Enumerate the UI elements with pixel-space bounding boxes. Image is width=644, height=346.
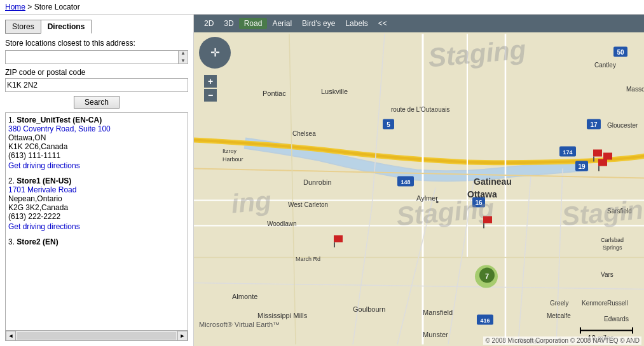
- svg-text:March Rd: March Rd: [296, 256, 320, 262]
- svg-text:Staging: Staging: [561, 193, 644, 231]
- svg-rect-57: [603, 153, 612, 160]
- breadcrumb-separator: >: [27, 3, 34, 11]
- map-btn-aerial[interactable]: Aerial: [267, 18, 297, 29]
- svg-text:Russell: Russell: [607, 300, 628, 307]
- svg-text:Vars: Vars: [601, 271, 613, 278]
- store-item-1: 1. Store_UnitTest (EN-CA) 380 Coventry R…: [8, 116, 185, 170]
- svg-text:Dunrobin: Dunrobin: [303, 178, 332, 186]
- map-nav-control[interactable]: ✛: [199, 37, 231, 69]
- svg-text:ing: ing: [230, 185, 273, 218]
- results-scroll-area[interactable]: 1. Store_UnitTest (EN-CA) 380 Coventry R…: [5, 112, 188, 331]
- svg-rect-11: [472, 197, 485, 208]
- map-btn-birds-eye[interactable]: Bird's eye: [297, 18, 340, 29]
- hscroll-left[interactable]: ◄: [6, 331, 16, 341]
- map-svg: 5 17 50 148 174 16 416: [194, 15, 644, 346]
- store-addr-1[interactable]: 380 Coventry Road, Suite 100: [8, 124, 111, 133]
- store-item-2: 2. Store1 (EN-US) 1701 Merivale Road Nep…: [8, 176, 185, 231]
- hscroll-track[interactable]: [17, 332, 176, 340]
- store-name-3: Store2 (EN): [17, 237, 58, 246]
- store-phone-1: (613) 111-1111: [8, 151, 60, 160]
- svg-rect-59: [598, 159, 607, 166]
- zoom-out-button[interactable]: −: [204, 89, 217, 102]
- store-zip-2: K2G 3K2,Canada: [8, 203, 68, 212]
- map-btn-3d[interactable]: 3D: [219, 18, 238, 29]
- map-btn-road[interactable]: Road: [239, 18, 268, 29]
- svg-text:19: 19: [578, 163, 586, 170]
- svg-rect-62: [483, 223, 484, 229]
- zoom-controls: + −: [204, 75, 217, 103]
- svg-rect-15: [575, 161, 588, 171]
- svg-text:Munster: Munster: [423, 331, 448, 338]
- map-btn-labels[interactable]: Labels: [340, 18, 373, 29]
- svg-rect-1: [383, 119, 394, 130]
- store-num-2: 2.: [8, 176, 17, 185]
- get-directions-2[interactable]: Get driving directions: [8, 222, 185, 231]
- svg-rect-55: [593, 150, 602, 157]
- ms-virtual-earth-logo: Microsoft® Virtual Earth™: [199, 321, 280, 328]
- svg-text:Kenmore: Kenmore: [582, 300, 608, 307]
- address-scroll-up[interactable]: ▲: [181, 51, 186, 56]
- map-toolbar: 2D 3D Road Aerial Bird's eye Labels <<: [194, 15, 644, 32]
- svg-rect-58: [603, 160, 605, 165]
- svg-text:Luskville: Luskville: [321, 88, 348, 95]
- address-section-label: Store locations closest to this address:: [5, 39, 188, 48]
- svg-text:16: 16: [475, 199, 483, 206]
- svg-rect-60: [598, 166, 599, 171]
- svg-point-17: [479, 268, 495, 283]
- svg-text:Almonte: Almonte: [232, 293, 257, 300]
- breadcrumb-home-link[interactable]: Home: [5, 3, 25, 11]
- map-btn-2d[interactable]: 2D: [199, 18, 219, 29]
- svg-text:Staging: Staging: [427, 34, 528, 72]
- svg-text:Woodlawn: Woodlawn: [267, 220, 297, 227]
- svg-text:route de L'Outaouais: route de L'Outaouais: [391, 106, 450, 113]
- results-hscroll: ◄ ►: [5, 331, 188, 341]
- svg-text:Aylmer: Aylmer: [416, 194, 438, 202]
- zoom-in-button[interactable]: +: [204, 75, 217, 88]
- svg-text:148: 148: [401, 179, 410, 185]
- store-phone-2: (613) 222-2222: [8, 212, 60, 221]
- tab-bar: Stores Directions: [0, 15, 193, 34]
- sidebar: Stores Directions Store locations closes…: [0, 15, 194, 346]
- store-name-1: Store_UnitTest (EN-CA): [17, 116, 102, 124]
- hscroll-right[interactable]: ►: [177, 331, 188, 341]
- main-content: Stores Directions Store locations closes…: [0, 15, 644, 346]
- zip-label: ZIP code or postal code: [5, 68, 188, 77]
- search-button[interactable]: Search: [74, 96, 120, 109]
- store-item-3: 3. Store2 (EN): [8, 237, 185, 246]
- get-directions-1[interactable]: Get driving directions: [8, 161, 185, 170]
- svg-rect-56: [593, 157, 594, 162]
- store-num-1: 1.: [8, 116, 17, 124]
- svg-text:Carlsbad: Carlsbad: [601, 237, 624, 243]
- sidebar-body: Store locations closest to this address:…: [0, 34, 193, 346]
- svg-text:Itzroy: Itzroy: [223, 148, 237, 154]
- svg-text:Harbour: Harbour: [223, 156, 243, 163]
- svg-text:Gatineau: Gatineau: [474, 176, 512, 187]
- svg-text:Edwards: Edwards: [604, 316, 629, 323]
- tab-directions[interactable]: Directions: [41, 20, 92, 34]
- svg-rect-5: [613, 47, 627, 57]
- address-input[interactable]: [5, 50, 188, 64]
- svg-text:Ottawa: Ottawa: [467, 189, 497, 199]
- map-btn-collapse[interactable]: <<: [373, 18, 392, 29]
- svg-text:Cantley: Cantley: [594, 62, 616, 69]
- map-copyright: © 2008 Microsoft Corporation © 2008 NAVT…: [483, 336, 641, 345]
- svg-text:Greely: Greely: [550, 300, 568, 307]
- zip-input[interactable]: K1K 2N2: [5, 78, 188, 92]
- svg-rect-64: [334, 243, 335, 248]
- svg-text:416: 416: [480, 317, 490, 324]
- map-marker-5: [334, 236, 343, 248]
- svg-rect-3: [587, 119, 601, 130]
- results-list: 1. Store_UnitTest (EN-CA) 380 Coventry R…: [5, 112, 188, 341]
- map-area[interactable]: 2D 3D Road Aerial Bird's eye Labels << ✛…: [194, 15, 644, 346]
- svg-text:5: 5: [387, 121, 390, 128]
- store-addr-2[interactable]: 1701 Merivale Road: [8, 185, 76, 194]
- store-city-1: Ottawa,ON: [8, 133, 46, 142]
- svg-rect-61: [483, 216, 492, 223]
- tab-stores[interactable]: Stores: [5, 20, 41, 34]
- map-marker-3: [598, 159, 607, 171]
- map-marker-1: [593, 150, 602, 162]
- map-nav-cross[interactable]: ✛: [210, 46, 220, 60]
- address-scroll-down[interactable]: ▼: [181, 58, 186, 63]
- svg-text:Masson-Angers: Masson-Angers: [626, 86, 644, 93]
- map-marker-2: [603, 153, 612, 165]
